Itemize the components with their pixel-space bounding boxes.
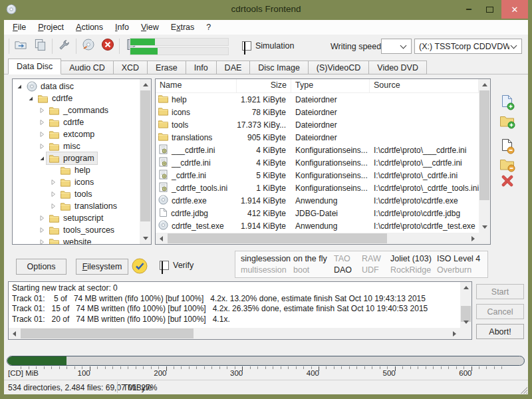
scroll-up-button[interactable] — [479, 79, 490, 90]
collapse-arrow-icon[interactable] — [37, 155, 47, 162]
tree-item-help[interactable]: help — [13, 164, 140, 176]
file-row-tools[interactable]: tools17.373 KiBy...Dateiordner — [156, 118, 479, 131]
scroll-up-button[interactable] — [140, 79, 151, 90]
scroll-down-button[interactable] — [140, 233, 151, 244]
tree-item-setupscript[interactable]: setupscript — [13, 212, 140, 224]
menu-item-help[interactable]: ? — [200, 23, 217, 32]
remove-file-button[interactable] — [499, 139, 516, 156]
expand-arrow-icon[interactable] — [37, 131, 47, 138]
scrollbar-thumb[interactable] — [168, 233, 387, 243]
tree-item-translations[interactable]: translations — [13, 200, 140, 212]
verify-checkbox[interactable] — [160, 261, 169, 270]
column-header-name[interactable]: Name — [156, 79, 237, 92]
tab-disc-image[interactable]: Disc Image — [249, 61, 309, 74]
tab-xcd[interactable]: XCD — [113, 61, 148, 74]
tab-erase[interactable]: Erase — [147, 61, 186, 74]
list-vertical-scrollbar[interactable] — [479, 79, 490, 233]
menu-item-actions[interactable]: Actions — [70, 23, 109, 32]
file-row-cdrtfe-ini[interactable]: __cdrtfe.ini4 KiByteKonfigurationseins..… — [156, 156, 479, 169]
expand-arrow-icon[interactable] — [37, 119, 47, 126]
expand-arrow-icon[interactable] — [37, 107, 47, 114]
options-button[interactable]: Options — [16, 259, 66, 275]
scroll-right-button[interactable] — [449, 328, 460, 339]
stop-button[interactable] — [98, 37, 117, 55]
log-horizontal-scrollbar[interactable] — [9, 328, 460, 339]
tree-item-cdrtfe[interactable]: cdrtfe — [13, 116, 140, 128]
tab-data-disc[interactable]: Data Disc — [8, 59, 61, 74]
remove-all-button[interactable] — [499, 174, 516, 191]
column-header-size[interactable]: Size — [237, 79, 291, 92]
expand-arrow-icon[interactable] — [37, 215, 47, 221]
cancel-button[interactable]: Cancel — [476, 304, 524, 319]
settings-button[interactable] — [55, 37, 74, 55]
menu-item-view[interactable]: View — [135, 23, 165, 32]
tab-audio-cd[interactable]: Audio CD — [61, 61, 114, 74]
writing-speed-select[interactable] — [381, 39, 412, 54]
add-file-button[interactable] — [499, 95, 516, 112]
add-folder-button[interactable] — [499, 114, 516, 132]
burn-button[interactable] — [78, 37, 98, 55]
tree-item-program[interactable]: program — [13, 152, 140, 164]
remove-folder-button[interactable] — [499, 158, 516, 175]
abort-button[interactable]: Abort! — [476, 324, 524, 339]
scrollbar-thumb[interactable] — [140, 90, 150, 221]
expand-arrow-icon[interactable] — [37, 143, 47, 150]
expand-arrow-icon[interactable] — [37, 227, 47, 233]
tree-item-cdrtfe[interactable]: cdrtfe — [13, 92, 140, 104]
tree-item-data-disc[interactable]: data disc — [13, 80, 140, 92]
file-row-cdrtfe-tools-ini[interactable]: _cdrtfe_tools.ini1 KiByteKonfigurationse… — [156, 182, 479, 194]
scrollbar-thumb[interactable] — [479, 90, 489, 200]
simulation-checkbox[interactable] — [242, 41, 251, 51]
minimize-button[interactable]: – — [459, 0, 479, 19]
expand-arrow-icon[interactable] — [48, 179, 58, 186]
log-vertical-scrollbar[interactable] — [460, 282, 471, 328]
maximize-button[interactable] — [479, 0, 500, 19]
tree-item-misc[interactable]: misc — [13, 140, 140, 152]
scroll-left-button[interactable] — [156, 233, 167, 244]
scroll-up-button[interactable] — [460, 282, 471, 293]
save-project-button[interactable] — [31, 37, 50, 55]
menu-item-file[interactable]: File — [7, 23, 32, 32]
tree-item-website[interactable]: website — [13, 236, 140, 244]
drive-select[interactable]: (X:) TSSTcorp CDDVDW T — [414, 39, 522, 54]
tree-item-icons[interactable]: icons — [13, 176, 140, 188]
collapse-arrow-icon[interactable] — [14, 83, 24, 90]
menu-item-project[interactable]: Project — [32, 23, 70, 32]
tree-item-tools[interactable]: tools — [13, 188, 140, 200]
tree-item-commands[interactable]: _commands — [13, 104, 140, 116]
tree-item-tools-sources[interactable]: tools_sources — [13, 224, 140, 236]
column-header-source[interactable]: Source — [370, 79, 479, 92]
close-button[interactable]: ✕ — [501, 0, 528, 19]
file-row-cdrtfe-ini[interactable]: ___cdrtfe.ini4 KiByteKonfigurationseins.… — [156, 144, 479, 156]
scroll-left-button[interactable] — [9, 328, 20, 339]
collapse-arrow-icon[interactable] — [25, 95, 35, 102]
menu-item-info[interactable]: Info — [109, 23, 135, 32]
expand-arrow-icon[interactable] — [37, 239, 47, 244]
tab-video-dvd[interactable]: Video DVD — [368, 61, 427, 74]
tree-item-extcomp[interactable]: extcomp — [13, 128, 140, 140]
tab-dae[interactable]: DAE — [216, 61, 251, 74]
open-project-button[interactable] — [11, 37, 31, 55]
start-button[interactable]: Start — [476, 284, 524, 299]
file-row-cdrtfe-exe[interactable]: cdrtfe.exe1.914 KiByteAnwendungI:\cdrtfe… — [156, 194, 479, 207]
scrollbar-thumb[interactable] — [21, 329, 194, 338]
filesystem-button[interactable]: Filesystem — [76, 259, 128, 275]
expand-arrow-icon[interactable] — [48, 191, 58, 198]
menu-item-extras[interactable]: Extras — [165, 23, 200, 32]
file-row-icons[interactable]: icons78 KiByteDateiordner — [156, 106, 479, 118]
scroll-down-button[interactable] — [460, 317, 471, 328]
column-header-type[interactable]: Type — [291, 79, 370, 92]
scroll-right-button[interactable] — [467, 233, 479, 244]
resize-grip[interactable] — [519, 386, 527, 394]
file-row-translations[interactable]: translations905 KiByteDateiordner — [156, 131, 479, 144]
expand-arrow-icon[interactable] — [48, 203, 58, 209]
scroll-down-button[interactable] — [479, 221, 490, 233]
tree-vertical-scrollbar[interactable] — [140, 79, 151, 244]
tab-s-videocd[interactable]: (S)VideoCD — [308, 61, 369, 74]
file-row-cdrtfe-jdbg[interactable]: cdrtfe.jdbg412 KiByteJDBG-DateiI:\cdrtfe… — [156, 207, 479, 219]
tab-info[interactable]: Info — [186, 61, 217, 74]
file-row-cdrtfe-ini[interactable]: _cdrtfe.ini5 KiByteKonfigurationseins...… — [156, 169, 479, 182]
file-row-help[interactable]: help1.921 KiByteDateiordner — [156, 93, 479, 106]
list-horizontal-scrollbar[interactable] — [156, 233, 479, 244]
file-row-cdrtfe-test-exe[interactable]: cdrtfe_test.exe1.914 KiByteAnwendungI:\c… — [156, 219, 479, 232]
